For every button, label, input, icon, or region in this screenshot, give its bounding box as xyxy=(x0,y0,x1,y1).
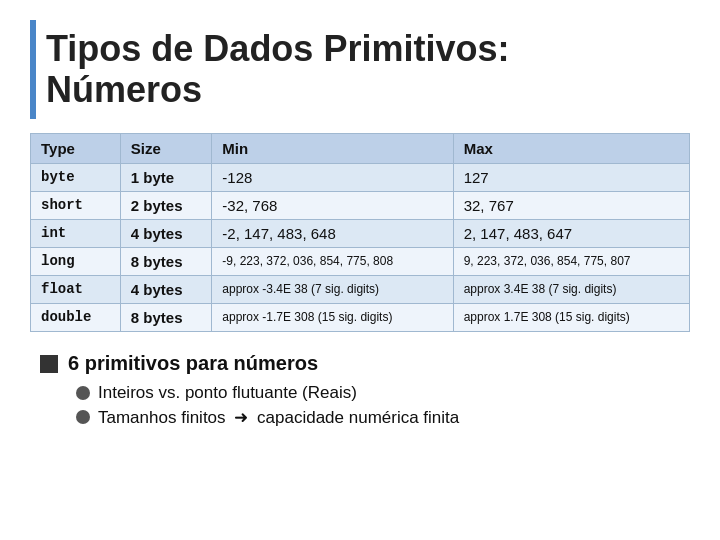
arrow-icon: ➜ xyxy=(234,408,248,427)
cell-type: byte xyxy=(31,163,121,191)
cell-size: 2 bytes xyxy=(120,191,211,219)
table-row: double8 bytesapprox -1.7E 308 (15 sig. d… xyxy=(31,303,690,331)
cell-min: approx -3.4E 38 (7 sig. digits) xyxy=(212,275,453,303)
table-row: int4 bytes-2, 147, 483, 6482, 147, 483, … xyxy=(31,219,690,247)
sub-bullet-1-text: Inteiros vs. ponto flutuante (Reais) xyxy=(98,383,357,403)
col-min: Min xyxy=(212,133,453,163)
bullet-square-icon xyxy=(40,355,58,373)
cell-size: 4 bytes xyxy=(120,275,211,303)
bullet-section: 6 primitivos para números Inteiros vs. p… xyxy=(30,352,690,432)
cell-type: float xyxy=(31,275,121,303)
title-line2: Números xyxy=(46,69,202,110)
table-header: Type Size Min Max xyxy=(31,133,690,163)
table-row: short2 bytes-32, 76832, 767 xyxy=(31,191,690,219)
cell-max: 127 xyxy=(453,163,689,191)
cell-min: -9, 223, 372, 036, 854, 775, 808 xyxy=(212,247,453,275)
cell-max: 32, 767 xyxy=(453,191,689,219)
cell-max: approx 1.7E 308 (15 sig. digits) xyxy=(453,303,689,331)
cell-type: long xyxy=(31,247,121,275)
main-bullet-text: 6 primitivos para números xyxy=(68,352,318,375)
table-row: long8 bytes-9, 223, 372, 036, 854, 775, … xyxy=(31,247,690,275)
slide: Tipos de Dados Primitivos: Números Type … xyxy=(0,0,720,540)
cell-max: 9, 223, 372, 036, 854, 775, 807 xyxy=(453,247,689,275)
data-table: Type Size Min Max byte1 byte-128127short… xyxy=(30,133,690,332)
circle-icon-2 xyxy=(76,410,90,424)
circle-icon-1 xyxy=(76,386,90,400)
cell-size: 8 bytes xyxy=(120,247,211,275)
cell-size: 8 bytes xyxy=(120,303,211,331)
cell-type: short xyxy=(31,191,121,219)
cell-type: int xyxy=(31,219,121,247)
cell-min: -128 xyxy=(212,163,453,191)
table-row: byte1 byte-128127 xyxy=(31,163,690,191)
cell-size: 4 bytes xyxy=(120,219,211,247)
sub-bullet-2-text: Tamanhos finitos ➜ capacidade numérica f… xyxy=(98,407,459,428)
sub-bullets: Inteiros vs. ponto flutuante (Reais) Tam… xyxy=(40,383,690,428)
cell-max: 2, 147, 483, 647 xyxy=(453,219,689,247)
table-body: byte1 byte-128127short2 bytes-32, 76832,… xyxy=(31,163,690,331)
cell-min: approx -1.7E 308 (15 sig. digits) xyxy=(212,303,453,331)
title-line1: Tipos de Dados Primitivos: xyxy=(46,28,509,69)
cell-min: -2, 147, 483, 648 xyxy=(212,219,453,247)
col-size: Size xyxy=(120,133,211,163)
header-row: Type Size Min Max xyxy=(31,133,690,163)
title-area: Tipos de Dados Primitivos: Números xyxy=(30,20,690,119)
cell-size: 1 byte xyxy=(120,163,211,191)
main-bullet: 6 primitivos para números xyxy=(40,352,690,375)
slide-title: Tipos de Dados Primitivos: Números xyxy=(46,28,690,111)
cell-min: -32, 768 xyxy=(212,191,453,219)
col-max: Max xyxy=(453,133,689,163)
sub-bullet-1: Inteiros vs. ponto flutuante (Reais) xyxy=(76,383,690,403)
cell-type: double xyxy=(31,303,121,331)
cell-max: approx 3.4E 38 (7 sig. digits) xyxy=(453,275,689,303)
table-row: float4 bytesapprox -3.4E 38 (7 sig. digi… xyxy=(31,275,690,303)
col-type: Type xyxy=(31,133,121,163)
sub-bullet-2: Tamanhos finitos ➜ capacidade numérica f… xyxy=(76,407,690,428)
